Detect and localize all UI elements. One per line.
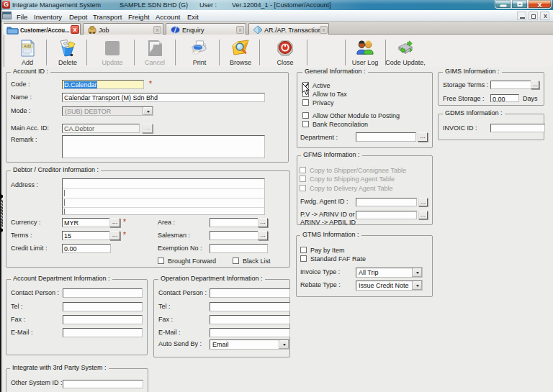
svg-text:Add: Add (24, 44, 31, 48)
